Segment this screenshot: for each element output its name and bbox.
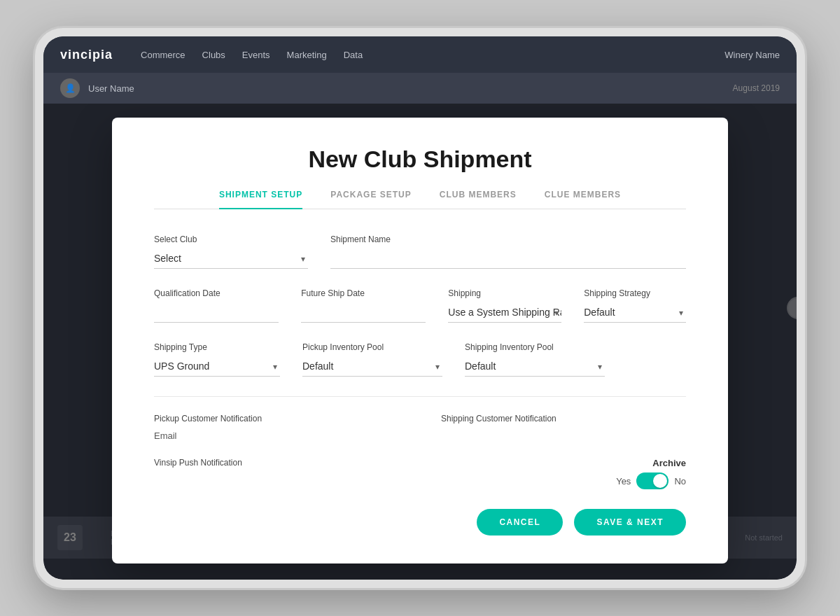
form-row-2: Qualification Date Future Ship Date Ship…: [154, 288, 686, 323]
nav-data[interactable]: Data: [344, 50, 363, 60]
push-notification-col: Vinsip Push Notification: [154, 458, 242, 472]
modal-actions: CANCEL SAVE & NEXT: [154, 509, 686, 536]
tab-club-members-1[interactable]: CLUB MEMBERS: [440, 190, 517, 209]
shipping-inventory-group: Shipping Inventory Pool Default: [465, 342, 605, 377]
nav-logo: vincipia: [60, 48, 113, 62]
nav-clubs[interactable]: Clubs: [202, 50, 225, 60]
archive-section: Archive Yes No: [616, 458, 686, 489]
nav-commerce[interactable]: Commerce: [141, 50, 186, 60]
nav-marketing[interactable]: Marketing: [287, 50, 327, 60]
shipping-input[interactable]: Use a System Shipping Rate: [448, 302, 561, 323]
shipping-notification-label: Shipping Customer Notification: [441, 414, 686, 424]
pickup-inventory-wrapper: Default: [302, 356, 442, 377]
nav-events[interactable]: Events: [242, 50, 270, 60]
pickup-inventory-label: Pickup Inventory Pool: [302, 342, 442, 352]
qualification-date-group: Qualification Date: [154, 288, 279, 323]
top-nav: vincipia Commerce Clubs Events Marketing…: [43, 36, 797, 73]
shipping-type-group: Shipping Type UPS Ground: [154, 342, 280, 377]
shipping-inventory-input[interactable]: Default: [465, 356, 605, 377]
notification-grid: Pickup Customer Notification Email Shipp…: [154, 414, 686, 444]
shipping-strategy-label: Shipping Strategy: [584, 288, 686, 298]
archive-no-label: No: [674, 476, 686, 486]
divider-1: [154, 396, 686, 397]
shipment-name-input[interactable]: [330, 248, 686, 269]
shipping-inventory-wrapper: Default: [465, 356, 605, 377]
pickup-inventory-group: Pickup Inventory Pool Default: [302, 342, 442, 377]
pickup-notification-label: Pickup Customer Notification: [154, 414, 399, 424]
select-club-wrapper: Select: [154, 248, 308, 269]
qualification-date-input[interactable]: [154, 302, 279, 323]
modal-overlay: New Club Shipment SHIPMENT SETUP PACKAGE…: [43, 104, 797, 580]
archive-label: Archive: [652, 458, 686, 468]
future-ship-date-label: Future Ship Date: [301, 288, 426, 298]
modal: New Club Shipment SHIPMENT SETUP PACKAGE…: [112, 118, 728, 564]
shipping-label: Shipping: [448, 288, 561, 298]
select-club-input[interactable]: Select: [154, 248, 308, 269]
avatar: 👤: [60, 78, 80, 98]
shipping-notification-col: Shipping Customer Notification: [441, 414, 686, 444]
shipping-type-label: Shipping Type: [154, 342, 280, 352]
shipping-inventory-label: Shipping Inventory Pool: [465, 342, 605, 352]
tablet-screen: vincipia Commerce Clubs Events Marketing…: [43, 36, 797, 580]
tablet-frame: vincipia Commerce Clubs Events Marketing…: [35, 28, 805, 588]
shipping-type-input[interactable]: UPS Ground: [154, 356, 280, 377]
shipment-name-group: Shipment Name: [330, 234, 686, 269]
select-club-group: Select Club Select: [154, 234, 308, 269]
modal-title: New Club Shipment: [154, 146, 686, 173]
shipping-type-wrapper: UPS Ground: [154, 356, 280, 377]
user-bar: 👤 User Name August 2019: [43, 73, 797, 104]
archive-toggle[interactable]: [636, 472, 668, 489]
shipping-strategy-input[interactable]: Default: [584, 302, 686, 323]
nav-items: Commerce Clubs Events Marketing Data: [141, 50, 702, 60]
main-content: 23 Event Title Description for the event…: [43, 104, 797, 580]
future-ship-date-group: Future Ship Date: [301, 288, 426, 323]
shipping-strategy-wrapper: Default: [584, 302, 686, 323]
archive-toggle-row: Yes No: [616, 472, 686, 489]
modal-tabs: SHIPMENT SETUP PACKAGE SETUP CLUB MEMBER…: [154, 190, 686, 209]
toggle-thumb: [653, 474, 667, 488]
avatar-icon: 👤: [65, 83, 76, 93]
future-ship-date-input[interactable]: [301, 302, 426, 323]
tab-shipment-setup[interactable]: SHIPMENT SETUP: [219, 190, 302, 209]
tablet-button-left[interactable]: [35, 298, 36, 318]
form-row-3: Shipping Type UPS Ground Pickup Inventor…: [154, 342, 686, 377]
pickup-inventory-input[interactable]: Default: [302, 356, 442, 377]
cancel-button[interactable]: CANCEL: [477, 509, 563, 536]
archive-yes-label: Yes: [616, 476, 631, 486]
tab-package-setup[interactable]: PACKAGE SETUP: [330, 190, 411, 209]
nav-winery: Winery Name: [724, 50, 780, 60]
shipment-name-label: Shipment Name: [330, 234, 686, 244]
form-row-1: Select Club Select Shipment Name: [154, 234, 686, 269]
pickup-notification-value: Email: [154, 428, 399, 444]
tab-club-members-2[interactable]: CLUE MembeRS: [545, 190, 621, 209]
user-date: August 2019: [733, 83, 780, 93]
pickup-notification-col: Pickup Customer Notification Email: [154, 414, 399, 444]
user-name: User Name: [88, 83, 134, 94]
qualification-date-label: Qualification Date: [154, 288, 279, 298]
select-club-label: Select Club: [154, 234, 308, 244]
shipping-strategy-group: Shipping Strategy Default: [584, 288, 686, 323]
shipping-group: Shipping Use a System Shipping Rate: [448, 288, 561, 323]
shipping-wrapper: Use a System Shipping Rate: [448, 302, 561, 323]
save-next-button[interactable]: SAVE & NEXT: [574, 509, 686, 536]
push-notification-label: Vinsip Push Notification: [154, 458, 242, 468]
